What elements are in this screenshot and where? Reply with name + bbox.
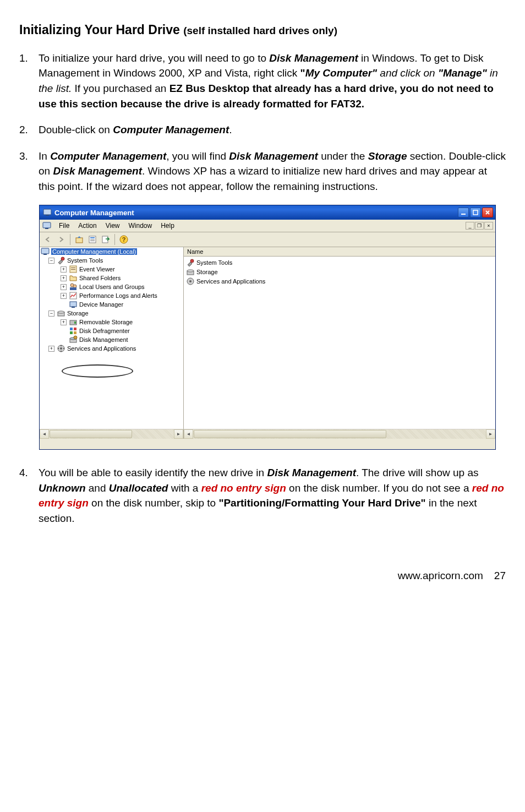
svg-rect-25 (72, 307, 75, 308)
expand-icon[interactable]: + (61, 275, 67, 281)
svg-rect-30 (70, 328, 73, 330)
step-body: You will be able to easily identify the … (39, 465, 506, 526)
menu-action[interactable]: Action (74, 221, 101, 231)
heading-main: Initializing Your Hard Drive (19, 23, 183, 37)
storage-icon (186, 268, 195, 276)
window: Computer Management File Action View Win… (39, 205, 496, 450)
screenshot: Computer Management File Action View Win… (39, 205, 506, 450)
step-3: 3. In Computer Management, you will find… (19, 149, 506, 194)
svg-point-27 (58, 311, 64, 313)
menu-help[interactable]: Help (156, 221, 179, 231)
forward-button (55, 233, 67, 246)
expand-icon[interactable]: + (61, 284, 67, 290)
expand-icon[interactable]: + (61, 293, 67, 299)
svg-point-39 (190, 259, 194, 263)
svg-rect-22 (70, 287, 76, 290)
tree-removable[interactable]: + Removable Storage (40, 318, 183, 326)
maximize-button[interactable] (470, 208, 481, 217)
tree-disk-management[interactable]: Disk Management (40, 335, 183, 344)
menu-view[interactable]: View (101, 221, 124, 231)
svg-rect-2 (461, 214, 466, 215)
step-body: In Computer Management, you will find Di… (39, 149, 506, 194)
scroll-left-button[interactable]: ◄ (40, 429, 49, 439)
tree-event-viewer[interactable]: + Event Viewer (40, 265, 183, 274)
svg-point-38 (60, 347, 62, 350)
tree-shared-folders[interactable]: + Shared Folders (40, 274, 183, 282)
svg-point-41 (187, 270, 194, 272)
scroll-right-button[interactable]: ► (174, 429, 183, 439)
svg-rect-3 (473, 210, 478, 215)
window-title: Computer Management (54, 209, 458, 217)
mdi-minimize-button[interactable]: _ (466, 222, 474, 230)
menubar: File Action View Window Help _ ❐ × (40, 220, 495, 232)
collapse-icon[interactable]: − (48, 310, 54, 317)
tree-device-manager[interactable]: Device Manager (40, 300, 183, 309)
svg-rect-6 (76, 238, 83, 243)
tree-root[interactable]: Computer Management (Local) (40, 247, 183, 256)
up-button[interactable] (73, 233, 85, 246)
mdi-restore-button[interactable]: ❐ (475, 222, 484, 230)
statusbar (40, 438, 495, 449)
help-button[interactable]: ? (118, 233, 130, 246)
menu-sys-icon[interactable] (42, 221, 52, 231)
page-footer: www.apricorn.com 27 (19, 570, 506, 582)
column-header-name[interactable]: Name (184, 247, 495, 257)
step-2: 2. Double-click on Computer Management. (19, 122, 506, 138)
step-body: To initialize your hard drive, you will … (39, 51, 506, 111)
svg-rect-11 (102, 236, 108, 243)
tree-system-tools[interactable]: − System Tools (40, 256, 183, 265)
storage-icon (57, 309, 65, 318)
page-number: 27 (494, 570, 506, 582)
scroll-right-button[interactable]: ► (486, 429, 495, 439)
list-item[interactable]: Storage (186, 267, 493, 276)
step-number: 2. (19, 122, 39, 138)
step-number: 1. (19, 51, 39, 111)
step-body: Double-click on Computer Management. (39, 122, 506, 138)
minimize-button[interactable] (458, 208, 469, 217)
list-item[interactable]: System Tools (186, 258, 493, 267)
svg-rect-14 (41, 248, 49, 254)
svg-rect-33 (74, 331, 76, 334)
removable-icon (69, 318, 78, 326)
scroll-left-button[interactable]: ◄ (184, 429, 193, 439)
titlebar[interactable]: Computer Management (40, 205, 495, 220)
page-heading: Initializing Your Hard Drive (self insta… (19, 22, 506, 39)
menu-window[interactable]: Window (124, 221, 157, 231)
tools-icon (57, 256, 65, 265)
tree-perf-logs[interactable]: + Performance Logs and Alerts (40, 291, 183, 300)
toolbar: ? (40, 232, 495, 247)
menu-file[interactable]: File (54, 221, 74, 231)
scrollbar-left[interactable]: ◄ ► (40, 429, 184, 438)
svg-rect-32 (70, 331, 73, 334)
services-icon (186, 277, 195, 286)
svg-rect-15 (43, 254, 47, 255)
properties-button[interactable] (86, 233, 99, 246)
close-button[interactable] (482, 208, 493, 217)
step-1: 1. To initialize your hard drive, you wi… (19, 51, 506, 111)
svg-point-43 (189, 280, 192, 282)
svg-rect-10 (90, 241, 95, 241)
event-viewer-icon (69, 265, 78, 274)
heading-sub: (self installed hard drives only) (183, 25, 337, 36)
svg-rect-19 (71, 269, 75, 270)
svg-rect-1 (46, 215, 49, 216)
footer-url: www.apricorn.com (398, 570, 483, 582)
tree-defrag[interactable]: Disk Defragmenter (40, 326, 183, 335)
export-button[interactable] (100, 233, 112, 246)
svg-rect-29 (74, 321, 76, 324)
expand-icon[interactable]: + (61, 319, 67, 325)
expand-icon[interactable]: + (48, 346, 54, 352)
tools-icon (186, 258, 195, 267)
scrollbar-right[interactable]: ◄ ► (184, 429, 495, 438)
mdi-close-button[interactable]: × (484, 222, 493, 230)
perf-icon (69, 291, 78, 300)
list-item[interactable]: Services and Applications (186, 276, 493, 286)
svg-rect-5 (45, 228, 48, 229)
expand-icon[interactable]: + (61, 266, 67, 273)
svg-point-16 (61, 257, 64, 260)
tree-services[interactable]: + Services and Applications (40, 344, 183, 353)
tree-local-users[interactable]: + Local Users and Groups (40, 282, 183, 291)
collapse-icon[interactable]: − (48, 258, 54, 264)
tree-storage[interactable]: − Storage (40, 309, 183, 318)
defrag-icon (69, 326, 78, 335)
